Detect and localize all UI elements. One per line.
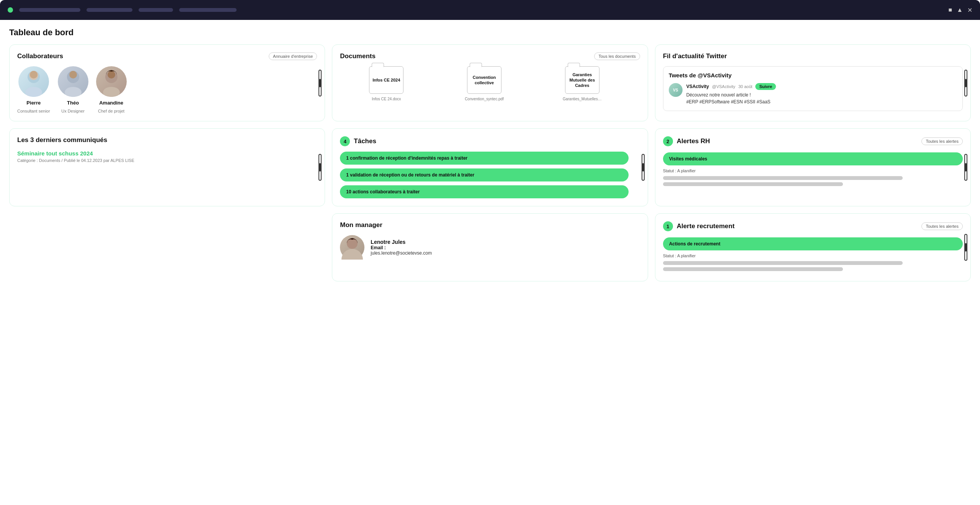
alerte-recrutement-main[interactable]: Actions de recrutement — [663, 237, 963, 250]
manager-title: Mon manager — [340, 221, 382, 229]
alerte-recrutement-bar-2 — [663, 267, 843, 271]
manager-row: Lenotre Jules Email : jules.lenotre@soci… — [340, 235, 640, 260]
card-communiques: Les 3 derniers communiqués Séminaire tou… — [9, 128, 325, 206]
scroll-indicator-communiques[interactable] — [318, 154, 322, 181]
card-collaborateurs: Collaborateurs Annuaire d'entreprise Pie… — [9, 44, 325, 121]
titlebar-pill-3 — [139, 8, 173, 12]
communiques-title: Les 3 derniers communiqués — [17, 136, 107, 144]
tweet-handle: @VSActivity — [712, 84, 735, 89]
task-item-0[interactable]: 1 confirmation de réception d'indemnités… — [340, 152, 628, 165]
avatar-svg-theo — [58, 66, 88, 97]
card-taches: 4 Tâches 1 confirmation de réception d'i… — [332, 128, 648, 206]
scroll-thumb — [319, 79, 321, 87]
manager-info: Lenotre Jules Email : jules.lenotre@soci… — [371, 239, 640, 256]
doc-item-0[interactable]: Infos CE 2024 Infos CE 24.docx — [340, 66, 433, 101]
square-icon[interactable]: ■ — [948, 7, 952, 13]
collab-name-amandine: Amandine — [99, 100, 123, 106]
doc-folder-2: Garanties Mutuelle des Cadres — [565, 66, 599, 94]
collaborateurs-badge[interactable]: Annuaire d'entreprise — [269, 52, 317, 60]
tweet-date: 30 août — [738, 84, 753, 89]
task-item-2[interactable]: 10 actions collaborateurs à traiter — [340, 185, 628, 198]
svg-point-6 — [69, 71, 77, 78]
scroll-indicator-taches[interactable] — [642, 154, 645, 181]
taches-count-badge: 4 — [340, 136, 350, 146]
avatar-pierre — [18, 66, 49, 97]
card-twitter: Fil d'actualité Twitter Tweets de @VSAct… — [655, 44, 971, 121]
svg-point-9 — [108, 71, 115, 78]
doc-folder-0: Infos CE 2024 — [369, 66, 403, 94]
avatar-svg-pierre — [18, 66, 49, 97]
taches-title: Tâches — [354, 137, 376, 145]
collaborateurs-grid: Pierre Consultant senior Théo Ux Designe… — [17, 66, 317, 113]
avatar-svg-amandine — [96, 66, 127, 97]
doc-folder-label-0: Infos CE 2024 — [372, 77, 400, 83]
card-documents: Documents Tous les documents Infos CE 20… — [332, 44, 648, 121]
doc-folder-label-1: Convention collective — [467, 75, 501, 86]
collaborateur-theo: Théo Ux Designer — [58, 66, 88, 113]
alertes-rh-count: 2 — [663, 136, 673, 146]
titlebar-pill-2 — [87, 8, 132, 12]
task-item-1[interactable]: 1 validation de réception ou de retours … — [340, 168, 628, 181]
collaborateur-pierre: Pierre Consultant senior — [17, 66, 50, 113]
doc-item-1[interactable]: Convention collective Convention_syntec.… — [438, 66, 531, 101]
collab-role-amandine: Chef de projet — [98, 109, 124, 113]
triangle-icon[interactable]: ▲ — [957, 7, 963, 13]
tweet-user-row: VSActivity @VSActivity 30 août Suivre — [686, 83, 957, 90]
titlebar-pill-1 — [19, 8, 80, 12]
alertes-rh-main[interactable]: Visites médicales — [663, 152, 963, 165]
doc-folder-label-2: Garanties Mutuelle des Cadres — [565, 72, 599, 88]
tweet-username: VSActivity — [686, 84, 709, 89]
doc-filename-1: Convention_syntec.pdf — [465, 97, 504, 101]
alertes-rh-badge[interactable]: Toutes les alertes — [921, 137, 963, 145]
tweet-content: VSActivity @VSActivity 30 août Suivre Dé… — [686, 83, 957, 105]
collaborateurs-header: Collaborateurs Annuaire d'entreprise — [17, 52, 317, 60]
alerte-recrutement-title: Alerte recrutement — [677, 222, 735, 230]
collaborateur-amandine: Amandine Chef de projet — [96, 66, 127, 113]
communique-item: Séminaire tout schuss 2024 Catégorie : D… — [17, 150, 317, 163]
communique-item-meta: Catégorie : Documents / Publié le 04.12.… — [17, 158, 317, 163]
documents-header: Documents Tous les documents — [340, 52, 640, 60]
scroll-indicator-collaborateurs[interactable] — [318, 70, 322, 96]
close-icon[interactable]: ✕ — [967, 7, 972, 14]
manager-avatar-svg — [340, 235, 364, 260]
manager-email[interactable]: jules.lenotre@societevse.com — [371, 250, 640, 256]
alertes-rh-bar-2 — [663, 182, 843, 186]
manager-avatar — [340, 235, 364, 260]
collab-name-theo: Théo — [67, 100, 79, 106]
communique-item-title[interactable]: Séminaire tout schuss 2024 — [17, 150, 317, 157]
collaborateurs-title: Collaborateurs — [17, 52, 63, 60]
twitter-inner: Tweets de @VSActivity VS VSActivity @VSA… — [663, 66, 963, 111]
svg-point-10 — [341, 249, 363, 260]
alerte-recrutement-statut: Statut : A planifier — [663, 253, 963, 258]
communiques-header: Les 3 derniers communiqués — [17, 136, 317, 144]
page: Tableau de bord Collaborateurs Annuaire … — [0, 20, 980, 289]
scroll-thumb-taches — [642, 163, 644, 172]
documents-title: Documents — [340, 52, 376, 60]
tweet-text-line2: #ERP #ERPSoftware #ESN #SSII #SaaS — [686, 98, 957, 105]
scroll-thumb-alertes-rh — [965, 163, 967, 172]
task-list: 1 confirmation de réception d'indemnités… — [340, 152, 640, 198]
avatar-theo — [58, 66, 88, 97]
titlebar: ■ ▲ ✕ — [0, 0, 980, 20]
page-title: Tableau de bord — [9, 28, 971, 38]
tweet-follow-button[interactable]: Suivre — [755, 83, 776, 90]
tweet-avatar: VS — [669, 83, 683, 97]
manager-name: Lenotre Jules — [371, 239, 640, 245]
doc-item-2[interactable]: Garanties Mutuelle des Cadres Garanties_… — [536, 66, 629, 101]
scroll-indicator-alertes-rh[interactable] — [964, 154, 967, 181]
alerte-recrutement-badge[interactable]: Toutes les alertes — [921, 222, 963, 230]
svg-point-1 — [25, 87, 42, 97]
twitter-header: Fil d'actualité Twitter — [663, 52, 963, 60]
svg-point-5 — [65, 87, 82, 97]
titlebar-pill-4 — [179, 8, 237, 12]
manager-email-label: Email : — [371, 245, 640, 250]
alerte-recrutement-count: 1 — [663, 221, 673, 231]
titlebar-icons: ■ ▲ ✕ — [948, 7, 972, 14]
twitter-inner-title: Tweets de @VSActivity — [669, 72, 957, 78]
taches-title-row: 4 Tâches — [340, 136, 640, 146]
tweet-text-line1: Découvrez notre nouvel article ! — [686, 92, 957, 98]
scroll-thumb-twitter — [965, 79, 967, 87]
scroll-indicator-twitter[interactable] — [964, 70, 967, 96]
documents-badge[interactable]: Tous les documents — [594, 52, 640, 60]
scroll-indicator-alerte-recrutement[interactable] — [964, 234, 967, 261]
